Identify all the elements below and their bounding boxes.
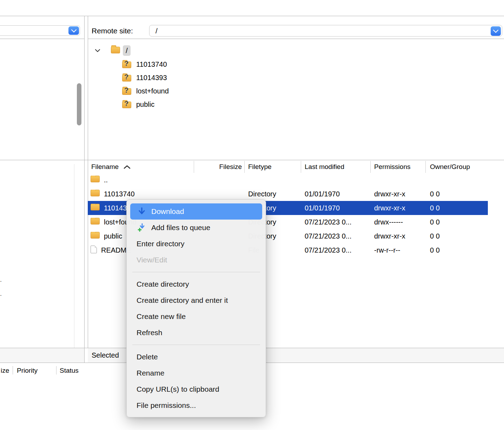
remote-tree-item[interactable]: ? public bbox=[122, 99, 154, 110]
column-header-owner-group[interactable]: Owner/Group bbox=[426, 161, 486, 173]
menu-item-delete[interactable]: Delete bbox=[130, 349, 262, 365]
ftp-client-window: . . Remote site: / / ? 11013740 ? 110143… bbox=[0, 0, 504, 430]
menu-item-enter-directory[interactable]: Enter directory bbox=[130, 236, 262, 252]
file-row[interactable]: 11013740 Directory 01/01/1970 drwxr-xr-x… bbox=[88, 187, 488, 201]
file-owner-group: 0 0 bbox=[426, 204, 486, 212]
menu-separator bbox=[132, 272, 260, 272]
clipped-text-fragment: . bbox=[0, 276, 3, 284]
file-name: public bbox=[104, 232, 122, 240]
menu-item-label: Create directory bbox=[137, 280, 189, 288]
menu-item-refresh[interactable]: Refresh bbox=[130, 325, 262, 341]
download-icon bbox=[137, 207, 147, 216]
menu-item-label: Add files to queue bbox=[151, 223, 210, 232]
menu-item-rename[interactable]: Rename bbox=[130, 365, 262, 381]
file-permissions: drwx------ bbox=[371, 218, 426, 226]
menu-item-label: Delete bbox=[137, 353, 158, 361]
file-last-modified: 07/21/2023 0... bbox=[301, 232, 371, 240]
divider bbox=[0, 39, 84, 39]
tree-root-label: / bbox=[126, 47, 128, 55]
file-row[interactable]: .. bbox=[88, 173, 488, 187]
file-permissions: drwxr-xr-x bbox=[371, 204, 426, 212]
column-header-label: Last modified bbox=[305, 163, 344, 171]
file-last-modified: 07/21/2023 0... bbox=[301, 246, 371, 254]
remote-tree-item[interactable]: ? 11014393 bbox=[122, 72, 167, 83]
menu-item-copy-url-s-to-clipboard[interactable]: Copy URL(s) to clipboard bbox=[130, 381, 262, 397]
context-menu: DownloadAdd files to queueEnter director… bbox=[126, 200, 266, 417]
tree-item-label: public bbox=[136, 100, 154, 109]
column-header-filetype[interactable]: Filetype bbox=[245, 161, 301, 173]
panel-divider bbox=[84, 16, 85, 363]
chevron-down-icon bbox=[71, 27, 77, 32]
tree-expand-chevron-icon[interactable] bbox=[95, 49, 100, 52]
menu-item-file-permissions[interactable]: File permissions... bbox=[130, 397, 262, 413]
column-header-label: Filetype bbox=[248, 163, 272, 171]
local-status-bar bbox=[0, 348, 84, 363]
root-folder-icon bbox=[111, 47, 120, 53]
menu-separator bbox=[132, 345, 260, 345]
menu-item-label: Download bbox=[151, 207, 184, 216]
remote-tree-item[interactable]: ? 11013740 bbox=[122, 59, 167, 70]
column-header-filesize[interactable]: Filesize bbox=[194, 161, 245, 173]
menu-item-label: Refresh bbox=[137, 328, 163, 337]
file-permissions: drwxr-xr-x bbox=[371, 190, 426, 198]
column-header-last-modified[interactable]: Last modified bbox=[301, 161, 371, 173]
file-owner-group: 0 0 bbox=[426, 232, 486, 240]
column-header-label: Owner/Group bbox=[430, 163, 470, 171]
column-header-label: Filesize bbox=[219, 163, 242, 171]
column-header-filename[interactable]: Filename bbox=[88, 161, 194, 173]
folder-question-icon: ? bbox=[122, 87, 131, 95]
folder-question-icon: ? bbox=[122, 61, 131, 68]
menu-item-label: View/Edit bbox=[137, 256, 167, 264]
add-queue-icon bbox=[137, 223, 147, 232]
remote-tree-item[interactable]: ? lost+found bbox=[122, 86, 169, 96]
tree-item-label: 11014393 bbox=[136, 74, 167, 82]
file-last-modified: 07/21/2023 0... bbox=[301, 218, 371, 226]
queue-column-filesize[interactable]: ize bbox=[1, 367, 9, 374]
column-header-permissions[interactable]: Permissions bbox=[371, 161, 426, 173]
remote-site-dropdown-button[interactable] bbox=[491, 26, 501, 36]
divider bbox=[88, 39, 504, 39]
menu-item-label: File permissions... bbox=[137, 401, 196, 410]
folder-icon bbox=[91, 190, 100, 196]
remote-site-combobox[interactable]: / bbox=[149, 25, 502, 37]
remote-path-value: / bbox=[155, 25, 158, 36]
menu-item-add-files-to-queue[interactable]: Add files to queue bbox=[130, 220, 262, 236]
queue-column-priority[interactable]: Priority bbox=[17, 367, 38, 374]
sort-ascending-icon bbox=[124, 165, 131, 169]
menu-item-create-directory[interactable]: Create directory bbox=[130, 276, 262, 292]
file-type: Directory bbox=[245, 190, 301, 198]
menu-item-download[interactable]: Download bbox=[130, 203, 262, 220]
menu-item-create-new-file[interactable]: Create new file bbox=[130, 308, 262, 325]
local-site-dropdown-button[interactable] bbox=[68, 26, 79, 35]
menu-item-label: Enter directory bbox=[137, 240, 185, 248]
menu-item-label: Copy URL(s) to clipboard bbox=[137, 385, 219, 393]
file-permissions: drwxr-xr-x bbox=[371, 232, 426, 240]
menu-item-create-directory-and-enter-it[interactable]: Create directory and enter it bbox=[130, 292, 262, 308]
file-last-modified: 01/01/1970 bbox=[301, 190, 371, 198]
local-site-combobox[interactable] bbox=[0, 25, 80, 36]
tree-root-item[interactable]: / bbox=[123, 45, 131, 56]
file-name: .. bbox=[104, 176, 108, 184]
file-permissions: -rw-r--r-- bbox=[371, 246, 426, 254]
file-owner-group: 0 0 bbox=[426, 190, 486, 198]
file-list-header: Filename Filesize Filetype Last modified… bbox=[88, 161, 504, 173]
local-tree-scrollbar[interactable] bbox=[77, 83, 81, 125]
clipped-text-fragment: . bbox=[0, 290, 3, 298]
menu-item-label: Create directory and enter it bbox=[137, 296, 228, 305]
local-list-column-separator bbox=[74, 164, 74, 348]
menu-item-view-edit[interactable]: View/Edit bbox=[130, 252, 262, 268]
file-owner-group: 0 0 bbox=[426, 218, 486, 226]
divider bbox=[0, 16, 504, 16]
folder-question-icon: ? bbox=[122, 74, 131, 82]
queue-column-separator bbox=[56, 366, 57, 374]
column-header-label: Permissions bbox=[374, 163, 410, 171]
divider bbox=[0, 160, 504, 160]
remote-status-text: Selected bbox=[92, 351, 119, 359]
remote-site-label: Remote site: bbox=[92, 27, 133, 35]
queue-column-status[interactable]: Status bbox=[60, 367, 79, 374]
file-icon bbox=[91, 246, 97, 253]
folder-icon bbox=[91, 176, 100, 182]
file-last-modified: 01/01/1970 bbox=[301, 204, 371, 212]
queue-column-separator bbox=[13, 366, 13, 374]
folder-icon bbox=[91, 204, 100, 210]
